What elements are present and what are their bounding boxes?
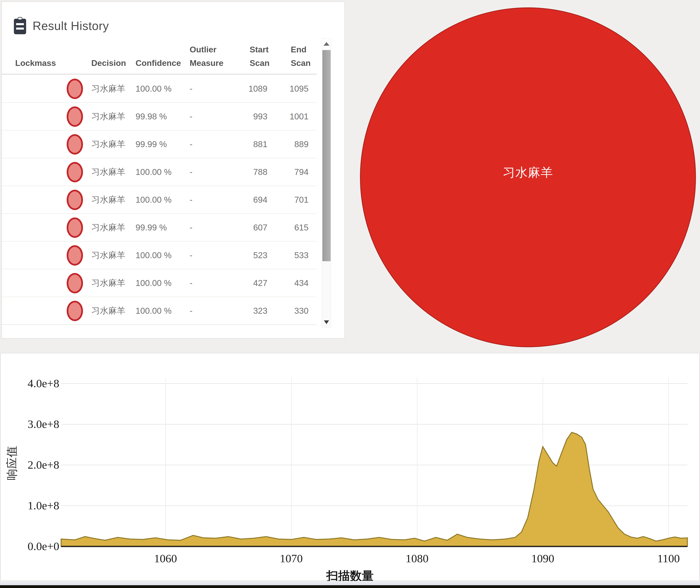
end-scan-cell: 1095 <box>275 75 308 102</box>
end-scan-cell: 533 <box>275 242 308 269</box>
chromatogram-panel <box>0 353 700 581</box>
lockmass-cell <box>15 75 61 102</box>
col-start-line1: Start <box>250 45 269 54</box>
x-gridline <box>165 378 166 546</box>
y-axis-title: 响应值 <box>4 445 20 482</box>
x-axis-tick-label: 1080 <box>395 552 439 565</box>
outlier-measure-cell: - <box>190 269 227 297</box>
col-end-line1: End <box>291 45 306 54</box>
col-lockmass: Lockmass <box>15 58 56 68</box>
start-scan-cell: 881 <box>234 130 267 158</box>
start-scan-cell: 788 <box>234 158 267 186</box>
outlier-measure-cell: - <box>190 75 227 102</box>
table-row[interactable]: 习水麻羊100.00 %-10891095 <box>2 75 317 103</box>
end-scan-cell: 701 <box>275 186 308 213</box>
table-header: Lockmass Decision Confidence Outlier Mea… <box>2 2 317 74</box>
outlier-measure-cell: - <box>190 130 227 158</box>
start-scan-cell: 1089 <box>234 75 267 102</box>
y-axis-tick-label: 4.0e+8 <box>11 377 59 390</box>
table-row[interactable]: 习水麻羊99.99 %-881889 <box>2 130 317 158</box>
x-axis-tick-label: 1060 <box>143 552 188 565</box>
decision-status-badge <box>67 245 83 266</box>
col-outlier-line2: Measure <box>190 58 223 68</box>
result-history-panel: Result History Lockmass Decision Confide… <box>1 1 345 339</box>
scroll-down-button[interactable] <box>322 317 331 327</box>
arrow-down-icon <box>324 320 329 324</box>
decision-status-badge <box>67 217 83 238</box>
start-scan-cell: 523 <box>234 242 267 269</box>
col-decision: Decision <box>91 58 126 68</box>
pie-slice[interactable]: 习水麻羊 <box>360 7 696 347</box>
col-end-line2: Scan <box>291 58 311 68</box>
lockmass-cell <box>15 186 61 213</box>
x-axis-tick-label: 1070 <box>269 552 313 565</box>
decision-status-badge <box>67 134 83 155</box>
confidence-cell: 99.98 % <box>135 103 184 130</box>
end-scan-cell: 615 <box>275 214 308 241</box>
lockmass-cell <box>15 158 61 186</box>
table-row[interactable]: 习水麻羊100.00 %-694701 <box>2 186 317 214</box>
outlier-measure-cell: - <box>190 242 227 269</box>
decision-cell: 习水麻羊 <box>91 103 134 130</box>
x-axis-tick-label: 1100 <box>646 552 691 565</box>
table-row[interactable]: 习水麻羊99.99 %-607615 <box>2 214 317 242</box>
x-gridline <box>543 378 543 546</box>
confidence-cell: 99.99 % <box>135 214 184 241</box>
decision-cell: 习水麻羊 <box>91 186 134 213</box>
bottom-strip <box>0 581 700 585</box>
scrollbar-thumb[interactable] <box>322 50 330 261</box>
y-gridline <box>61 424 687 425</box>
end-scan-cell: 330 <box>275 297 308 324</box>
col-start-line2: Scan <box>250 58 270 68</box>
table-row[interactable]: 习水麻羊99.98 %-9931001 <box>2 103 317 130</box>
end-scan-cell: 889 <box>275 130 308 158</box>
outlier-measure-cell: - <box>190 297 227 324</box>
table-row[interactable]: 习水麻羊100.00 %-323330 <box>2 297 317 325</box>
lockmass-cell <box>15 269 61 297</box>
confidence-cell: 100.00 % <box>135 297 184 324</box>
start-scan-cell: 427 <box>234 269 267 297</box>
confidence-cell: 99.99 % <box>135 130 184 158</box>
x-axis-tick-label: 1090 <box>521 552 565 565</box>
lockmass-cell <box>15 103 61 130</box>
outlier-measure-cell: - <box>190 103 227 130</box>
table-row[interactable]: 习水麻羊100.00 %-427434 <box>2 269 317 297</box>
outlier-measure-cell: - <box>190 186 227 213</box>
decision-cell: 习水麻羊 <box>91 214 134 241</box>
decision-status-badge <box>67 301 83 321</box>
y-axis-tick-label: 3.0e+8 <box>11 418 59 431</box>
outlier-measure-cell: - <box>190 158 227 186</box>
decision-status-badge <box>67 273 83 293</box>
y-gridline <box>61 465 687 465</box>
decision-cell: 习水麻羊 <box>91 130 134 158</box>
decision-status-badge <box>67 79 83 99</box>
table-row[interactable]: 习水麻羊100.00 %-523533 <box>2 242 317 269</box>
scroll-up-button[interactable] <box>322 39 331 49</box>
decision-status-badge <box>67 190 83 210</box>
table-scrollbar[interactable] <box>322 38 331 328</box>
end-scan-cell: 1001 <box>275 103 308 130</box>
lockmass-cell <box>15 297 61 324</box>
end-scan-cell: 794 <box>275 158 308 186</box>
table-row[interactable]: 习水麻羊100.00 %-788794 <box>2 158 317 186</box>
lockmass-cell <box>15 130 61 158</box>
decision-cell: 习水麻羊 <box>91 158 134 186</box>
end-scan-cell: 434 <box>275 269 308 297</box>
decision-cell: 习水麻羊 <box>91 297 134 324</box>
confidence-cell: 100.00 % <box>135 75 184 102</box>
decision-cell: 习水麻羊 <box>91 242 134 269</box>
outlier-measure-cell: - <box>190 214 227 241</box>
x-gridline <box>291 378 292 546</box>
y-axis-tick-label: 0.0e+0 <box>11 540 59 553</box>
start-scan-cell: 993 <box>234 103 267 130</box>
bottom-bar <box>0 585 700 588</box>
decision-cell: 习水麻羊 <box>91 75 134 102</box>
start-scan-cell: 694 <box>234 186 267 213</box>
pie-slice-label: 习水麻羊 <box>503 164 553 181</box>
x-gridline <box>417 378 418 546</box>
lockmass-cell <box>15 214 61 241</box>
col-outlier-line1: Outlier <box>190 45 216 54</box>
confidence-cell: 100.00 % <box>135 186 184 213</box>
y-gridline <box>61 505 687 506</box>
confidence-cell: 100.00 % <box>135 269 184 297</box>
